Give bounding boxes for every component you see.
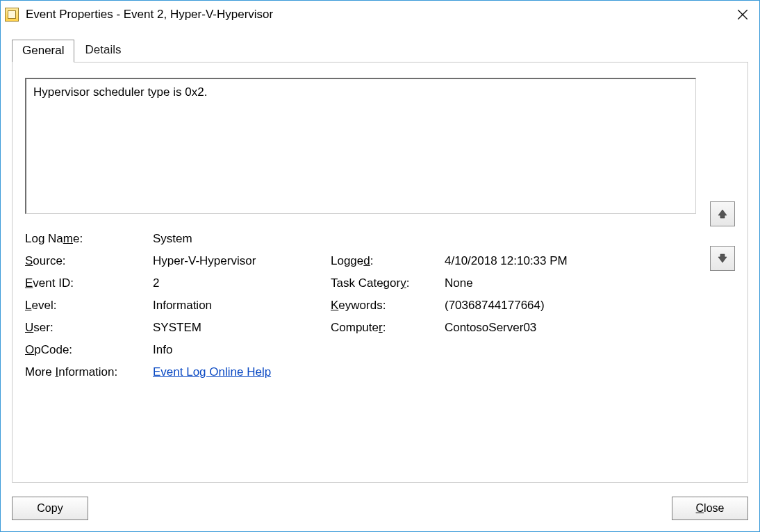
- value-level: Information: [153, 299, 327, 313]
- event-description[interactable]: Hypervisor scheduler type is 0x2.: [25, 78, 696, 214]
- event-fields-grid: Log Name: System Source: Hyper-V-Hypervi…: [25, 232, 696, 379]
- arrow-down-icon: [717, 253, 728, 264]
- window-title: Event Properties - Event 2, Hyper-V-Hype…: [26, 8, 726, 22]
- event-log-online-help-link[interactable]: Event Log Online Help: [153, 365, 271, 379]
- titlebar: Event Properties - Event 2, Hyper-V-Hype…: [1, 1, 759, 28]
- tab-details-label: Details: [85, 43, 121, 56]
- label-level: Level:: [25, 299, 149, 313]
- label-source: Source:: [25, 254, 149, 268]
- label-computer: Computer:: [331, 321, 440, 335]
- label-more-info: More Information:: [25, 365, 149, 379]
- svg-marker-2: [718, 210, 727, 218]
- value-opcode: Info: [153, 343, 327, 357]
- label-user: User:: [25, 321, 149, 335]
- nav-buttons: [696, 78, 735, 467]
- arrow-up-icon: [717, 208, 728, 219]
- next-event-button[interactable]: [710, 246, 735, 271]
- tab-details[interactable]: Details: [74, 39, 131, 62]
- label-event-id: Event ID:: [25, 276, 149, 290]
- close-button-label: Close: [696, 502, 725, 515]
- label-keywords: Keywords:: [331, 299, 440, 313]
- window-close-button[interactable]: [726, 1, 759, 28]
- label-log-name: Log Name:: [25, 232, 149, 246]
- prev-event-button[interactable]: [710, 201, 735, 226]
- close-icon: [738, 10, 747, 19]
- value-task-category: None: [445, 276, 696, 290]
- label-opcode: OpCode:: [25, 343, 149, 357]
- panel-content: Hypervisor scheduler type is 0x2. Log Na…: [25, 78, 696, 467]
- value-source: Hyper-V-Hypervisor: [153, 254, 327, 268]
- tab-general-label: General: [22, 44, 64, 57]
- app-icon: [5, 8, 19, 22]
- copy-button-label: Copy: [37, 502, 63, 515]
- value-event-id: 2: [153, 276, 327, 290]
- close-button[interactable]: Close: [672, 497, 748, 520]
- event-properties-window: Event Properties - Event 2, Hyper-V-Hype…: [0, 0, 760, 532]
- value-logged: 4/10/2018 12:10:33 PM: [445, 254, 696, 268]
- tab-general[interactable]: General: [12, 40, 74, 63]
- label-task-category: Task Category:: [331, 276, 440, 290]
- label-logged: Logged:: [331, 254, 440, 268]
- dialog-button-row: Copy Close: [12, 497, 748, 520]
- client-area: General Details Hypervisor scheduler typ…: [1, 28, 759, 531]
- value-computer: ContosoServer03: [445, 321, 696, 335]
- value-log-name: System: [153, 232, 327, 246]
- tab-panel-general: Hypervisor scheduler type is 0x2. Log Na…: [12, 62, 748, 483]
- copy-button[interactable]: Copy: [12, 497, 88, 520]
- tabstrip: General Details: [12, 38, 748, 62]
- svg-marker-3: [718, 254, 727, 263]
- value-keywords: (70368744177664): [445, 299, 696, 313]
- value-user: SYSTEM: [153, 321, 327, 335]
